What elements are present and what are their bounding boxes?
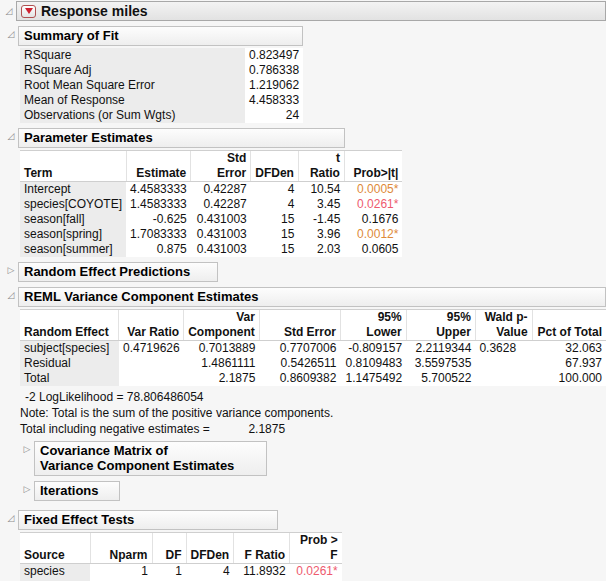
column-header: Var Ratio xyxy=(119,310,184,341)
stat-label: Mean of Response xyxy=(20,93,245,108)
section-header-covariance-matrix[interactable]: Covariance Matrix of Variance Component … xyxy=(34,441,267,476)
covariance-title-line1: Covariance Matrix of xyxy=(40,443,260,458)
f-ratio-cell: 11.8932 xyxy=(234,564,290,580)
report-title-bar: ◿ Response miles xyxy=(0,1,606,21)
std-error-cell: 0.431003 xyxy=(191,212,251,227)
disclosure-closed-icon[interactable]: ▷ xyxy=(20,481,34,498)
stat-value: 24 xyxy=(245,108,303,123)
disclosure-closed-icon[interactable]: ▷ xyxy=(4,262,18,279)
loglikelihood-label: -2 LogLikelihood = xyxy=(25,390,123,404)
table-row: Root Mean Square Error1.219062 xyxy=(20,78,303,93)
stat-value: 0.786338 xyxy=(245,63,303,78)
std-error-cell: 0.7707006 xyxy=(259,341,340,357)
section-header-summary-of-fit[interactable]: Summary of Fit xyxy=(18,26,303,46)
loglikelihood-value: 78.806486054 xyxy=(127,390,204,404)
table-header-row: Random Effect Var Ratio Var Component St… xyxy=(20,310,606,341)
table-row: season[fall] -0.625 0.431003 15 -1.45 0.… xyxy=(20,212,402,227)
dfden-cell: 4 xyxy=(251,197,299,212)
stat-label: RSquare xyxy=(20,48,245,63)
p-value-cell: 0.0605 xyxy=(344,242,402,257)
column-header: 95% Lower xyxy=(340,310,406,341)
total-negative-label: Total including negative estimates = xyxy=(20,422,210,436)
stat-label: Root Mean Square Error xyxy=(20,78,245,93)
var-component-cell: 1.4861111 xyxy=(184,356,260,371)
section-header-parameter-estimates[interactable]: Parameter Estimates xyxy=(18,128,345,148)
column-header: Prob>|t| xyxy=(344,151,402,182)
column-header: Nparm xyxy=(90,533,152,564)
column-header: DFDen xyxy=(186,533,234,564)
lower-ci-cell: 0.8109483 xyxy=(340,356,406,371)
random-effect-cell: Total xyxy=(20,371,119,386)
disclosure-open-icon[interactable]: ◿ xyxy=(4,26,18,43)
var-ratio-cell xyxy=(119,371,184,386)
column-header: 95% Upper xyxy=(406,310,475,341)
table-row: season[spring] 1.7083333 0.431003 15 3.9… xyxy=(20,227,402,242)
lower-ci-cell: -0.809157 xyxy=(340,341,406,357)
var-ratio-cell xyxy=(119,356,184,371)
dfden-cell: 15 xyxy=(251,242,299,257)
total-including-negative-line: Total including negative estimates = 2.1… xyxy=(20,422,606,436)
response-title-bar: Response miles xyxy=(16,1,606,21)
upper-ci-cell: 2.2119344 xyxy=(406,341,475,357)
std-error-cell: 0.5426511 xyxy=(259,356,340,371)
table-row: RSquare Adj0.786338 xyxy=(20,63,303,78)
table-row: RSquare0.823497 xyxy=(20,48,303,63)
column-header: Estimate xyxy=(126,151,191,182)
std-error-cell: 0.8609382 xyxy=(259,371,340,386)
estimate-cell: 1.7083333 xyxy=(126,227,191,242)
disclosure-closed-icon[interactable]: ▷ xyxy=(20,441,34,458)
term-cell: species[COYOTE] xyxy=(20,197,126,212)
estimate-cell: -0.625 xyxy=(126,212,191,227)
table-row: subject[species] 0.4719626 0.7013889 0.7… xyxy=(20,341,606,357)
column-header: Std Error xyxy=(191,151,251,182)
stat-value: 0.823497 xyxy=(245,48,303,63)
source-cell: species xyxy=(20,564,90,580)
section-header-fixed-effect-tests[interactable]: Fixed Effect Tests xyxy=(18,510,278,530)
t-ratio-cell: 3.45 xyxy=(298,197,344,212)
total-negative-value: 2.1875 xyxy=(223,422,285,436)
std-error-cell: 0.42287 xyxy=(191,197,251,212)
var-component-cell: 0.7013889 xyxy=(184,341,260,357)
pct-total-cell: 100.000 xyxy=(532,371,606,386)
table-row: Intercept 4.4583333 0.42287 4 10.54 0.00… xyxy=(20,182,402,198)
pct-total-cell: 32.063 xyxy=(532,341,606,357)
table-header-row: Term Estimate Std Error DFDen t Ratio Pr… xyxy=(20,151,402,182)
table-row: species 1 1 4 11.8932 0.0261* xyxy=(20,564,342,580)
t-ratio-cell: 10.54 xyxy=(298,182,344,198)
red-triangle-menu-button[interactable] xyxy=(21,5,36,18)
disclosure-open-icon[interactable]: ◿ xyxy=(2,1,16,21)
dfden-cell: 15 xyxy=(251,227,299,242)
estimate-cell: 4.4583333 xyxy=(126,182,191,198)
section-header-reml[interactable]: REML Variance Component Estimates xyxy=(18,287,606,307)
summary-of-fit-table: RSquare0.823497 RSquare Adj0.786338 Root… xyxy=(20,48,303,123)
covariance-title-line2: Variance Component Estimates xyxy=(40,458,260,473)
column-header: Var Component xyxy=(184,310,260,341)
p-value-cell: 0.0261* xyxy=(344,197,402,212)
std-error-cell: 0.431003 xyxy=(191,242,251,257)
lower-ci-cell: 1.1475492 xyxy=(340,371,406,386)
column-header: DF xyxy=(152,533,186,564)
column-header: Std Error xyxy=(259,310,340,341)
column-header: Source xyxy=(20,533,90,564)
disclosure-open-icon[interactable]: ◿ xyxy=(4,287,18,304)
column-header: F Ratio xyxy=(234,533,290,564)
reml-note: Note: Total is the sum of the positive v… xyxy=(20,406,606,420)
fixed-effect-tests-table: Source Nparm DF DFDen F Ratio Prob > F s… xyxy=(20,532,342,581)
random-effect-cell: Residual xyxy=(20,356,119,371)
p-value-cell: 0.0005* xyxy=(344,182,402,198)
term-cell: season[fall] xyxy=(20,212,126,227)
stat-value: 4.458333 xyxy=(245,93,303,108)
section-header-random-effect-predictions[interactable]: Random Effect Predictions xyxy=(18,262,218,282)
section-header-iterations[interactable]: Iterations xyxy=(34,481,120,501)
dfden-cell: 4 xyxy=(186,564,234,580)
stat-value: 1.219062 xyxy=(245,78,303,93)
df-cell: 1 xyxy=(152,564,186,580)
reml-variance-table: Random Effect Var Ratio Var Component St… xyxy=(20,309,606,386)
p-value-cell: 0.0261* xyxy=(290,564,342,580)
var-component-cell: 2.1875 xyxy=(184,371,260,386)
t-ratio-cell: 2.03 xyxy=(298,242,344,257)
disclosure-open-icon[interactable]: ◿ xyxy=(4,510,18,527)
column-header: Pct of Total xyxy=(532,310,606,341)
disclosure-open-icon[interactable]: ◿ xyxy=(4,128,18,145)
nparm-cell: 1 xyxy=(90,564,152,580)
